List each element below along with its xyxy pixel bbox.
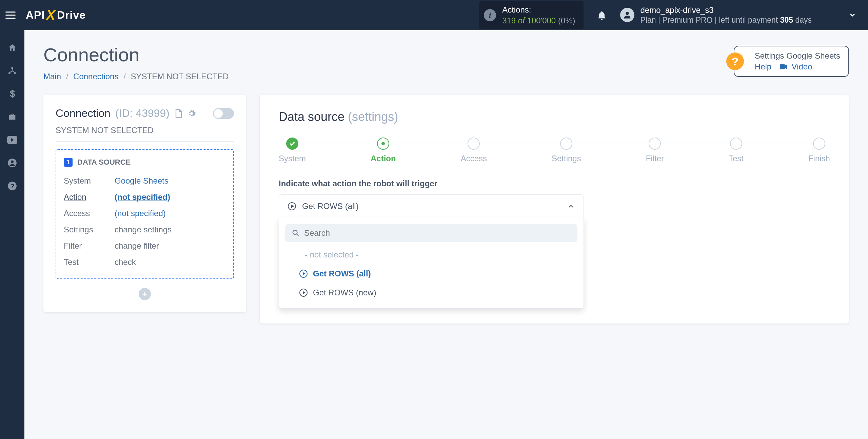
row-settings-key: Settings xyxy=(64,222,115,238)
sidebar-youtube-icon[interactable] xyxy=(0,128,24,151)
stepper: System Action Access Settings Filter Tes… xyxy=(279,138,830,163)
chevron-up-icon xyxy=(567,203,575,210)
step-action[interactable]: Action xyxy=(371,138,396,163)
search-input[interactable] xyxy=(304,228,571,238)
user-menu[interactable]: demo_apix-drive_s3 Plan | Premium PRO | … xyxy=(620,5,856,25)
gear-icon[interactable] xyxy=(187,109,196,118)
play-icon xyxy=(288,202,296,210)
help-title: Settings Google Sheets xyxy=(755,51,840,61)
connection-id: (ID: 43999) xyxy=(115,107,170,120)
svg-line-14 xyxy=(297,234,299,236)
sidebar-profile-icon[interactable] xyxy=(0,151,24,174)
sidebar-briefcase-icon[interactable] xyxy=(0,105,24,128)
row-test-key: Test xyxy=(64,254,115,270)
option-not-selected[interactable]: - not selected - xyxy=(285,245,577,264)
data-source-settings-card: Data source (settings) System Action Acc… xyxy=(260,95,849,323)
svg-rect-11 xyxy=(780,64,785,69)
badge-1-icon: 1 xyxy=(64,158,73,167)
step-filter[interactable]: Filter xyxy=(646,138,664,163)
row-test-value[interactable]: check xyxy=(115,254,136,270)
step-access[interactable]: Access xyxy=(461,138,487,163)
connection-label: Connection xyxy=(56,107,111,120)
user-text: demo_apix-drive_s3 Plan | Premium PRO | … xyxy=(640,5,812,25)
step-settings[interactable]: Settings xyxy=(552,138,581,163)
chevron-down-icon[interactable] xyxy=(848,11,856,19)
connection-toggle[interactable] xyxy=(213,108,234,119)
data-source-box: 1 DATA SOURCE SystemGoogle Sheets Action… xyxy=(56,149,234,279)
breadcrumb-main[interactable]: Main xyxy=(43,72,61,81)
connection-card: Connection (ID: 43999) SYSTEM NOT SELECT… xyxy=(43,95,246,312)
video-icon xyxy=(780,62,790,71)
search-input-wrap[interactable] xyxy=(285,224,577,242)
svg-text:?: ? xyxy=(11,183,14,190)
actions-text: Actions: 319 of 100'000 (0%) xyxy=(502,4,575,25)
svg-text:$: $ xyxy=(10,89,15,99)
svg-marker-12 xyxy=(785,64,787,69)
search-icon xyxy=(292,229,299,237)
play-icon xyxy=(299,289,308,297)
row-filter-value[interactable]: change filter xyxy=(115,238,159,254)
step-finish[interactable]: Finish xyxy=(808,138,830,163)
option-get-rows-new[interactable]: Get ROWS (new) xyxy=(285,283,577,302)
data-source-label: DATA SOURCE xyxy=(77,158,131,167)
breadcrumb: Main / Connections / SYSTEM NOT SELECTED xyxy=(43,72,229,81)
row-system-key: System xyxy=(64,173,115,189)
help-box: ? Settings Google Sheets Help Video xyxy=(734,46,849,77)
sidebar-home-icon[interactable] xyxy=(0,36,24,59)
ds-title: Data source (settings) xyxy=(279,110,830,124)
play-icon xyxy=(299,270,308,278)
svg-point-0 xyxy=(626,12,629,15)
info-icon: i xyxy=(484,9,496,21)
main-content: Connection Main / Connections / SYSTEM N… xyxy=(24,30,868,439)
logo[interactable]: APIXDrive xyxy=(26,7,86,23)
row-filter-key: Filter xyxy=(64,238,115,254)
svg-point-8 xyxy=(11,160,14,163)
page-title: Connection xyxy=(43,44,229,66)
help-link[interactable]: Help xyxy=(755,62,771,71)
sidebar: $ ? xyxy=(0,30,24,439)
action-dropdown: - not selected - Get ROWS (all) Get ROWS… xyxy=(279,218,584,309)
breadcrumb-current: SYSTEM NOT SELECTED xyxy=(131,72,229,81)
question-icon[interactable]: ? xyxy=(726,53,744,70)
row-settings-value[interactable]: change settings xyxy=(115,222,172,238)
action-select: Get ROWS (all) - not selected - xyxy=(279,194,584,309)
top-navbar: APIXDrive i Actions: 319 of 100'000 (0%) xyxy=(0,0,868,30)
video-link[interactable]: Video xyxy=(792,62,812,71)
breadcrumb-connections[interactable]: Connections xyxy=(73,72,118,81)
step-test[interactable]: Test xyxy=(729,138,744,163)
actions-counter[interactable]: i Actions: 319 of 100'000 (0%) xyxy=(479,1,583,29)
action-select-trigger[interactable]: Get ROWS (all) xyxy=(279,194,584,218)
step-system[interactable]: System xyxy=(279,138,306,163)
option-get-rows-all[interactable]: Get ROWS (all) xyxy=(285,264,577,283)
svg-point-13 xyxy=(293,230,297,235)
action-field-label: Indicate what action the robot will trig… xyxy=(279,179,830,188)
document-icon[interactable] xyxy=(174,109,182,118)
svg-point-1 xyxy=(11,67,13,69)
row-system-value[interactable]: Google Sheets xyxy=(115,173,169,189)
bell-icon[interactable] xyxy=(596,10,607,21)
row-access-value[interactable]: (not specified) xyxy=(115,205,166,222)
add-destination-button[interactable]: + xyxy=(139,288,151,300)
avatar-icon xyxy=(620,8,634,22)
row-access-key: Access xyxy=(64,205,115,222)
sidebar-billing-icon[interactable]: $ xyxy=(0,82,24,105)
connection-subtitle: SYSTEM NOT SELECTED xyxy=(56,126,234,142)
row-action-value[interactable]: (not specified) xyxy=(115,189,170,205)
menu-toggle-icon[interactable] xyxy=(5,9,18,21)
selected-value: Get ROWS (all) xyxy=(302,202,359,211)
row-action-key: Action xyxy=(64,189,115,205)
sidebar-help-icon[interactable]: ? xyxy=(0,174,24,197)
sidebar-connections-icon[interactable] xyxy=(0,59,24,82)
